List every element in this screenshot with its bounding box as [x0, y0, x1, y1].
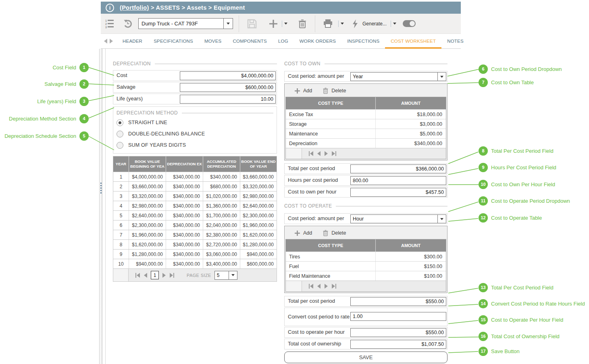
page-size-value[interactable]: 5	[215, 271, 229, 279]
info-icon[interactable]: i	[106, 4, 114, 12]
history-button[interactable]	[119, 14, 137, 33]
cell: $940,000.00	[129, 259, 166, 268]
pager-last-button[interactable]	[168, 273, 176, 278]
pager-next-button[interactable]	[323, 151, 330, 156]
cost-to-operate-add-button[interactable]: Add	[294, 230, 312, 236]
pager-last-button[interactable]	[330, 151, 338, 156]
cost-to-own-period-value[interactable]: Year	[351, 74, 437, 79]
total-per-cost-period-own-field[interactable]: $366,000.00	[350, 164, 446, 173]
pager-current-page[interactable]: 1	[151, 271, 159, 279]
tab-log[interactable]: LOG	[273, 34, 294, 48]
generate-button[interactable]: Generate...	[346, 14, 388, 33]
save-record-button[interactable]	[241, 14, 263, 33]
toggle-switch[interactable]	[403, 20, 416, 27]
table-row[interactable]: Fuel$150.00	[286, 261, 446, 271]
tab-notes[interactable]: NOTES	[441, 34, 469, 48]
tab-work-orders[interactable]: WORK ORDERS	[294, 34, 341, 48]
tab-components[interactable]: COMPONENTS	[227, 34, 272, 48]
svg-text:1: 1	[105, 19, 107, 22]
table-row[interactable]: Field Maintenance$100.00	[286, 271, 446, 281]
pager-prev-button[interactable]	[315, 151, 323, 156]
last-page-icon	[335, 284, 336, 289]
table-row[interactable]: 9$1,280,000.00$340,000.00$3,060,000.00$9…	[113, 249, 277, 259]
table-row[interactable]: Excise Tax$18,000.00	[286, 109, 446, 119]
cell: $340,000.00	[166, 201, 203, 210]
cost-to-operate-per-hour-label: Cost to operate per hour	[285, 329, 345, 335]
table-row[interactable]: 3$3,320,000.00$340,000.00$1,020,000.00$2…	[113, 191, 277, 201]
table-row[interactable]: 5$2,640,000.00$340,000.00$1,700,000.00$2…	[113, 210, 277, 220]
table-row[interactable]: 10$940,000.00$340,000.00$3,400,000.00$60…	[113, 259, 277, 268]
add-record-dropdown-button[interactable]	[282, 14, 291, 33]
table-row[interactable]: Storage$3,000.00	[286, 119, 446, 129]
table-row[interactable]: 8$1,620,000.00$340,000.00$2,720,000.00$1…	[113, 239, 277, 249]
convert-cost-period-field[interactable]: 1.00	[350, 312, 446, 321]
asset-selector-value[interactable]: Dump Truck - CAT 793F	[139, 19, 223, 29]
tab-specifications[interactable]: SPECIFICATIONS	[148, 34, 199, 48]
radio-option-sum-of-years[interactable]: SUM OF YEARS DIGITS	[117, 140, 273, 150]
tab-scroll-left-icon[interactable]	[104, 39, 107, 44]
cost-to-own-add-button[interactable]: Add	[294, 88, 312, 94]
table-row[interactable]: 6$2,300,000.00$340,000.00$2,040,000.00$1…	[113, 220, 277, 230]
pager-last-button[interactable]	[330, 284, 338, 289]
hours-per-cost-period-field[interactable]: 800.00	[350, 176, 446, 185]
add-record-button[interactable]	[263, 14, 282, 33]
cost-field-input[interactable]: $4,000,000.00	[180, 71, 276, 80]
pager-next-button[interactable]	[160, 273, 168, 278]
cell: $2,980,000.00	[129, 201, 166, 210]
divider	[336, 206, 447, 206]
table-row[interactable]: 4$2,980,000.00$340,000.00$1,360,000.00$2…	[113, 201, 277, 210]
total-per-cost-period-operate-field[interactable]: $550.00	[350, 297, 446, 306]
save-button[interactable]: SAVE	[284, 352, 447, 363]
panel-splitter[interactable]	[99, 49, 102, 364]
cost-to-own-per-hour-field[interactable]: $457.50	[350, 188, 446, 197]
tab-scroll-right-icon[interactable]	[110, 39, 113, 44]
page-size-dropdown-button[interactable]	[229, 271, 237, 279]
total-cost-of-ownership-field[interactable]: $1,007.50	[350, 340, 446, 349]
annotation-9: 9Hours Per Cost Period Field	[479, 162, 556, 172]
pager-first-button[interactable]	[307, 284, 315, 289]
pager-next-button[interactable]	[323, 284, 330, 289]
cost-to-operate-per-hour-field[interactable]: $550.00	[350, 328, 446, 337]
prev-page-icon	[144, 273, 147, 278]
pager-prev-button[interactable]	[142, 273, 149, 278]
breadcrumb-portfolio-link[interactable]: (Portfolio)	[120, 4, 149, 11]
asset-selector-dropdown-button[interactable]	[223, 19, 233, 29]
total-per-cost-period-operate-label: Total per cost period	[285, 298, 335, 304]
table-row[interactable]: 2$3,660,000.00$340,000.00$680,000.00$3,3…	[113, 181, 277, 191]
first-page-icon	[310, 151, 313, 156]
print-dropdown-button[interactable]	[336, 14, 346, 33]
table-row[interactable]: Maintenance$5,000.00	[286, 129, 446, 138]
table-row[interactable]: Tires$300.00	[286, 252, 446, 261]
radio-option-double-declining[interactable]: DOUBLE-DECLINING BALANCE	[117, 129, 273, 139]
pager-prev-button[interactable]	[315, 284, 323, 289]
delete-record-button[interactable]	[291, 14, 313, 33]
radio-icon[interactable]	[117, 131, 123, 137]
cost-to-own-delete-button[interactable]: Delete	[323, 87, 346, 94]
salvage-field-input[interactable]: $600,000.00	[180, 83, 276, 92]
radio-label: STRAIGHT LINE	[128, 120, 167, 125]
print-button[interactable]	[317, 14, 336, 33]
annotation-13: 13Total Per Cost Period Field	[479, 283, 554, 292]
radio-option-straight-line[interactable]: STRAIGHT LINE	[117, 118, 273, 127]
table-row[interactable]: 1$4,000,000.00$340,000.00$340,000.00$3,6…	[113, 172, 277, 181]
hours-per-cost-period-row: Hours per cost period 800.00	[284, 175, 447, 186]
radio-icon[interactable]	[117, 142, 123, 149]
generate-dropdown-button[interactable]	[388, 14, 399, 33]
record-list-button[interactable]: 123	[101, 14, 119, 33]
pager-first-button[interactable]	[307, 151, 315, 156]
life-years-field-input[interactable]: 10.00	[180, 95, 276, 104]
cost-to-own-period-dropdown: Year	[350, 72, 446, 81]
tab-header[interactable]: HEADER	[117, 34, 148, 48]
table-row[interactable]: Depreciation$340,000.00	[286, 138, 446, 148]
cost-to-operate-period-dropdown-button[interactable]	[437, 215, 446, 223]
tab-inspections[interactable]: INSPECTIONS	[341, 34, 385, 48]
table-row[interactable]: 7$1,960,000.00$340,000.00$2,380,000.00$1…	[113, 230, 277, 239]
pager-first-button[interactable]	[133, 273, 142, 278]
radio-selected-icon[interactable]	[117, 119, 123, 126]
cost-to-operate-period-value[interactable]: Hour	[351, 216, 437, 222]
cost-to-own-period-dropdown-button[interactable]	[437, 73, 446, 81]
cell: $3,400,000.00	[203, 259, 240, 268]
tab-moves[interactable]: MOVES	[199, 34, 227, 48]
tab-cost-worksheet[interactable]: COST WORKSHEET	[385, 34, 441, 48]
cost-to-operate-delete-button[interactable]: Delete	[323, 230, 346, 236]
